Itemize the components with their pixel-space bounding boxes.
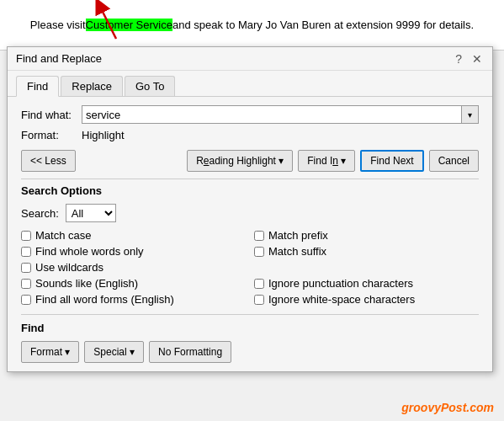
dialog-title: Find and Replace xyxy=(16,52,102,65)
dialog-titlebar: Find and Replace ? ✕ xyxy=(8,47,492,71)
dialog-help-button[interactable]: ? xyxy=(454,53,464,65)
format-label: Format: xyxy=(21,129,82,141)
format-button[interactable]: Format ▾ xyxy=(21,341,79,363)
empty-right-1 xyxy=(254,261,479,274)
sounds-like-option: Sounds like (English) xyxy=(21,277,246,290)
search-row: Search: All Up Down xyxy=(21,204,479,222)
svg-line-1 xyxy=(99,5,116,39)
dialog-body: Find what: ▾ Format: Highlight << Less R… xyxy=(8,97,492,371)
all-word-forms-option: Find all word forms (English) xyxy=(21,293,246,306)
find-in-button[interactable]: Find In ▾ xyxy=(298,150,355,172)
all-word-forms-label: Find all word forms (English) xyxy=(35,293,174,306)
no-formatting-button[interactable]: No Formatting xyxy=(149,341,231,363)
search-label: Search: xyxy=(21,207,59,220)
watermark: groovyPost.com xyxy=(401,401,494,414)
bottom-buttons: Format ▾ Special ▾ No Formatting xyxy=(21,341,479,363)
whole-words-option: Find whole words only xyxy=(21,245,246,258)
tab-replace[interactable]: Replace xyxy=(61,76,123,96)
find-next-button[interactable]: Find Next xyxy=(360,150,423,172)
document-area: Please visit Customer Service and speak … xyxy=(0,0,504,51)
find-what-input[interactable] xyxy=(82,105,462,124)
options-grid: Match case Match prefix Find whole words… xyxy=(21,229,479,306)
whole-words-label: Find whole words only xyxy=(35,245,144,258)
doc-text-before: Please visit xyxy=(30,19,86,31)
find-what-label: Find what: xyxy=(21,109,82,121)
sounds-like-label: Sounds like (English) xyxy=(35,277,138,290)
match-suffix-checkbox[interactable] xyxy=(254,247,264,257)
tab-goto[interactable]: Go To xyxy=(125,76,175,96)
format-row: Format: Highlight xyxy=(21,129,479,141)
wildcards-label: Use wildcards xyxy=(35,261,103,274)
sounds-like-checkbox[interactable] xyxy=(21,279,31,289)
match-prefix-label: Match prefix xyxy=(268,229,328,242)
bottom-section-title: Find xyxy=(21,322,479,334)
reading-highlight-button[interactable]: Reading Highlight ▾ xyxy=(187,150,293,172)
dialog-controls: ? ✕ xyxy=(454,53,484,65)
cancel-button[interactable]: Cancel xyxy=(429,150,479,172)
watermark-suffix: Post.com xyxy=(441,401,494,414)
bottom-section: Find Format ▾ Special ▾ No Formatting xyxy=(21,314,479,363)
search-select[interactable]: All Up Down xyxy=(66,204,116,222)
match-suffix-label: Match suffix xyxy=(268,245,326,258)
special-button[interactable]: Special ▾ xyxy=(84,341,144,363)
match-case-option: Match case xyxy=(21,229,246,242)
wildcards-option: Use wildcards xyxy=(21,261,246,274)
match-prefix-option: Match prefix xyxy=(254,229,479,242)
ignore-punctuation-label: Ignore punctuation characters xyxy=(268,277,413,290)
tab-find[interactable]: Find xyxy=(16,76,59,97)
format-value: Highlight xyxy=(82,129,125,141)
ignore-whitespace-option: Ignore white-space characters xyxy=(254,293,479,306)
match-case-label: Match case xyxy=(35,229,91,242)
dialog-close-button[interactable]: ✕ xyxy=(470,53,484,65)
wildcards-checkbox[interactable] xyxy=(21,263,31,273)
ignore-punctuation-checkbox[interactable] xyxy=(254,279,264,289)
dialog-tabs: Find Replace Go To xyxy=(8,71,492,97)
match-case-checkbox[interactable] xyxy=(21,231,31,241)
ignore-whitespace-checkbox[interactable] xyxy=(254,295,264,305)
match-suffix-option: Match suffix xyxy=(254,245,479,258)
watermark-prefix: groovy xyxy=(401,401,441,414)
find-what-dropdown[interactable]: ▾ xyxy=(462,105,479,124)
doc-text-after: and speak to Mary Jo Van Buren at extens… xyxy=(172,19,474,31)
all-word-forms-checkbox[interactable] xyxy=(21,295,31,305)
less-button[interactable]: << Less xyxy=(21,150,76,172)
find-replace-dialog: Find and Replace ? ✕ Find Replace Go To … xyxy=(7,46,493,372)
whole-words-checkbox[interactable] xyxy=(21,247,31,257)
match-prefix-checkbox[interactable] xyxy=(254,231,264,241)
arrow-indicator xyxy=(91,0,141,40)
ignore-whitespace-label: Ignore white-space characters xyxy=(268,293,415,306)
find-what-row: Find what: ▾ xyxy=(21,105,479,124)
main-button-row: << Less Reading Highlight ▾ Find In ▾ Fi… xyxy=(21,150,479,172)
ignore-punctuation-option: Ignore punctuation characters xyxy=(254,277,479,290)
search-options-title: Search Options xyxy=(21,179,479,197)
